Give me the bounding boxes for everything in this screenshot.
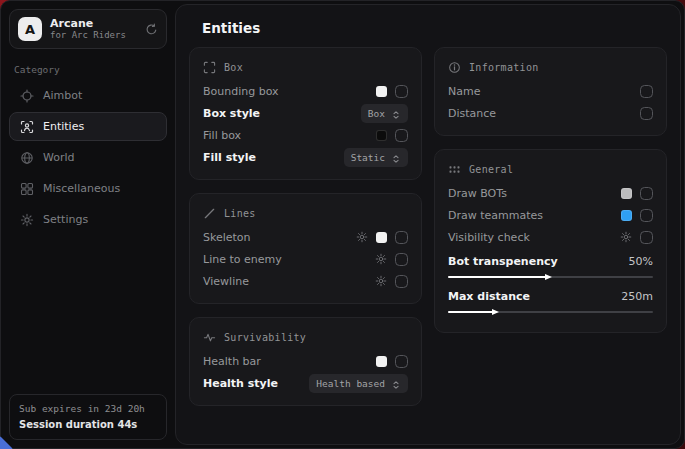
slider-value: 250m	[621, 290, 653, 303]
color-swatch[interactable]	[376, 356, 387, 367]
color-swatch[interactable]	[621, 188, 632, 199]
color-swatch[interactable]	[376, 86, 387, 97]
row-label: Line to enemy	[203, 253, 282, 266]
information-icon	[448, 61, 461, 74]
sidebar-nav: AimbotEntitiesWorldMiscellaneousSettings	[9, 81, 167, 234]
slider-thumb[interactable]	[545, 274, 552, 280]
selector-icon	[391, 108, 401, 118]
checkbox[interactable]	[395, 275, 408, 288]
panel-header: Box	[203, 57, 408, 77]
selector-icon	[391, 378, 401, 388]
panel-header: Information	[448, 57, 653, 77]
panel-column-1: BoxBounding boxBox styleBoxFill boxFill …	[189, 47, 422, 406]
refresh-icon[interactable]	[145, 23, 158, 36]
row-controls	[621, 209, 653, 222]
sidebar-item-world[interactable]: World	[9, 143, 167, 172]
grid-icon	[20, 182, 34, 196]
panels-grid: BoxBounding boxBox styleBoxFill boxFill …	[176, 47, 680, 406]
row-controls	[375, 253, 408, 266]
color-swatch[interactable]	[621, 210, 632, 221]
slider-value: 50%	[629, 255, 653, 268]
sidebar-item-entities[interactable]: Entities	[9, 112, 167, 141]
sidebar-item-label: Miscellaneous	[43, 182, 120, 195]
lines-icon	[203, 207, 216, 220]
panel-title: Survivability	[224, 332, 306, 343]
slider-fill	[448, 276, 548, 278]
select-fill-style[interactable]: Static	[344, 148, 408, 167]
checkbox[interactable]	[640, 231, 653, 244]
slider-thumb[interactable]	[492, 309, 499, 315]
checkbox[interactable]	[395, 355, 408, 368]
brand-text: Arcane for Arc Riders	[50, 17, 126, 42]
gear-icon[interactable]	[356, 231, 368, 243]
row-visibility-check: Visibility check	[448, 226, 653, 248]
panel-box: BoxBounding boxBox styleBoxFill boxFill …	[189, 47, 422, 180]
entities-icon	[20, 120, 34, 134]
crosshair-icon	[20, 89, 34, 103]
row-viewline: Viewline	[203, 270, 408, 292]
sidebar: A Arcane for Arc Riders Category AimbotE…	[1, 1, 175, 448]
panel-header: Survivability	[203, 327, 408, 347]
color-swatch[interactable]	[376, 130, 387, 141]
row-label: Box style	[203, 107, 260, 120]
select-value: Static	[351, 152, 385, 163]
select-health-style[interactable]: Health based	[309, 374, 408, 393]
checkbox[interactable]	[395, 85, 408, 98]
checkbox[interactable]	[395, 231, 408, 244]
row-box-style: Box styleBox	[203, 102, 408, 124]
slider-row-max-distance: Max distance250m	[448, 286, 653, 313]
row-controls	[376, 129, 408, 142]
slider-label-row: Max distance250m	[448, 286, 653, 306]
select-box-style[interactable]: Box	[361, 104, 408, 123]
slider-fill	[448, 311, 495, 313]
sidebar-item-settings[interactable]: Settings	[9, 205, 167, 234]
panel-title: Information	[469, 62, 539, 73]
sidebar-item-label: World	[43, 151, 75, 164]
checkbox[interactable]	[395, 253, 408, 266]
main-content: Entities BoxBounding boxBox styleBoxFill…	[175, 4, 681, 445]
color-swatch[interactable]	[376, 232, 387, 243]
gear-icon[interactable]	[375, 253, 387, 265]
panel-information: InformationNameDistance	[434, 47, 667, 136]
row-controls	[356, 231, 408, 244]
gear-icon	[20, 213, 34, 227]
row-label: Fill style	[203, 151, 256, 164]
general-icon	[448, 163, 461, 176]
survivability-icon	[203, 331, 216, 344]
row-controls: Static	[344, 148, 408, 167]
arcane-window: A Arcane for Arc Riders Category AimbotE…	[0, 0, 685, 449]
category-label: Category	[14, 64, 162, 75]
slider-bot-transpenency[interactable]	[448, 276, 653, 278]
gear-icon[interactable]	[620, 231, 632, 243]
panel-lines: LinesSkeletonLine to enemyViewline	[189, 193, 422, 304]
checkbox[interactable]	[640, 85, 653, 98]
panel-column-2: InformationNameDistanceGeneralDraw BOTsD…	[434, 47, 667, 333]
brand-card: A Arcane for Arc Riders	[9, 9, 167, 49]
sidebar-item-aimbot[interactable]: Aimbot	[9, 81, 167, 110]
row-label: Visibility check	[448, 231, 530, 244]
slider-max-distance[interactable]	[448, 311, 653, 313]
brand-title: Arcane	[50, 17, 126, 31]
row-label: Health bar	[203, 355, 261, 368]
row-label: Bounding box	[203, 85, 279, 98]
gear-icon[interactable]	[375, 275, 387, 287]
checkbox[interactable]	[640, 187, 653, 200]
row-label: Distance	[448, 107, 496, 120]
row-controls	[376, 85, 408, 98]
panel-title: Box	[224, 62, 243, 73]
screen: A Arcane for Arc Riders Category AimbotE…	[0, 0, 685, 449]
checkbox[interactable]	[640, 209, 653, 222]
row-line-to-enemy: Line to enemy	[203, 248, 408, 270]
session-duration-text: Session duration 44s	[19, 417, 157, 433]
row-name: Name	[448, 80, 653, 102]
row-controls	[640, 107, 653, 120]
sidebar-item-miscellaneous[interactable]: Miscellaneous	[9, 174, 167, 203]
checkbox[interactable]	[640, 107, 653, 120]
panel-title: Lines	[224, 208, 256, 219]
checkbox[interactable]	[395, 129, 408, 142]
panel-header: Lines	[203, 203, 408, 223]
row-bounding-box: Bounding box	[203, 80, 408, 102]
subscription-card: Sub expires in 23d 20h Session duration …	[9, 394, 167, 440]
row-label: Draw teammates	[448, 209, 543, 222]
row-label: Fill box	[203, 129, 241, 142]
